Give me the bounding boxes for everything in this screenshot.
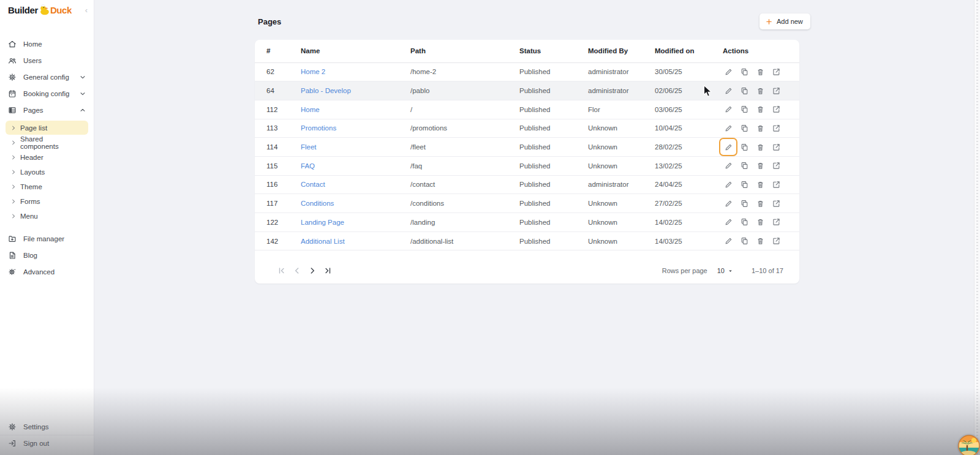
sidebar-item-menu[interactable]: Menu	[6, 209, 88, 223]
table-row[interactable]: 62 Home 2 /home-2 Published administrato…	[255, 62, 799, 81]
table-row[interactable]: 122 Landing Page /landing Published Unkn…	[255, 213, 799, 232]
edit-button[interactable]	[723, 236, 734, 247]
open-page-button[interactable]	[771, 122, 782, 133]
table-row[interactable]: 142 Additional List /additional-list Pub…	[255, 231, 799, 250]
edit-button[interactable]	[723, 66, 734, 77]
sidebar-item-page-list[interactable]: Page list	[6, 121, 88, 135]
brand-word-duck: Duck	[50, 5, 72, 15]
table-row[interactable]: 117 Conditions /conditions Published Unk…	[255, 194, 799, 213]
edit-button[interactable]	[723, 179, 734, 190]
duplicate-button[interactable]	[739, 179, 750, 190]
row-id: 113	[255, 119, 301, 138]
duplicate-button[interactable]	[739, 141, 750, 152]
pagination-range: 1–10 of 17	[752, 267, 783, 274]
page-name-link[interactable]: Home 2	[301, 68, 325, 75]
delete-button[interactable]	[755, 236, 766, 247]
sidebar-item-settings[interactable]: Settings	[0, 418, 94, 435]
delete-button[interactable]	[755, 85, 766, 96]
delete-button[interactable]	[755, 179, 766, 190]
sidebar-item-header[interactable]: Header	[6, 150, 88, 164]
sidebar-item-forms[interactable]: Forms	[6, 194, 88, 208]
page-name-link[interactable]: FAQ	[301, 162, 315, 170]
duplicate-button[interactable]	[739, 198, 750, 209]
page-name-link[interactable]: Contact	[301, 181, 325, 188]
table-row[interactable]: 114 Fleet /fleet Published Unknown 28/02…	[255, 138, 799, 157]
duplicate-button[interactable]	[739, 66, 750, 77]
sidebar-item-advanced[interactable]: Advanced	[0, 263, 94, 280]
table-row[interactable]: 112 Home / Published Flor 03/06/25	[255, 100, 799, 119]
edit-button[interactable]	[723, 198, 734, 209]
sidebar-item-sign-out[interactable]: Sign out	[0, 435, 94, 451]
sidebar-item-general-config[interactable]: General config	[0, 69, 94, 85]
duplicate-button[interactable]	[739, 217, 750, 228]
document-icon	[8, 251, 17, 260]
duplicate-button[interactable]	[739, 236, 750, 247]
sidebar-item-booking-config[interactable]: Booking config	[0, 85, 94, 102]
open-page-button[interactable]	[771, 85, 782, 96]
duplicate-icon	[741, 105, 748, 113]
open-page-button[interactable]	[771, 217, 782, 228]
sidebar-item-file-manager[interactable]: File manager	[0, 230, 94, 247]
add-new-button[interactable]: Add new	[760, 13, 810, 29]
duplicate-button[interactable]	[739, 104, 750, 115]
page-name-link[interactable]: Pablo - Develop	[301, 87, 351, 94]
duplicate-icon	[741, 143, 748, 151]
open-page-button[interactable]	[771, 179, 782, 190]
table-row[interactable]: 113 Promotions /promotions Published Unk…	[255, 119, 799, 138]
delete-trash-icon	[756, 143, 764, 151]
edit-button[interactable]	[723, 85, 734, 96]
sidebar-item-theme[interactable]: Theme	[6, 179, 88, 194]
page-name-link[interactable]: Promotions	[301, 124, 336, 132]
sidebar-item-blog[interactable]: Blog	[0, 247, 94, 263]
edit-button[interactable]	[723, 141, 734, 152]
duplicate-icon	[741, 68, 748, 76]
sidebar-item-layouts[interactable]: Layouts	[6, 165, 88, 179]
table-icon	[8, 106, 17, 115]
edit-button[interactable]	[723, 217, 734, 228]
table-row[interactable]: 115 FAQ /faq Published Unknown 13/02/25	[255, 156, 799, 175]
delete-button[interactable]	[755, 160, 766, 171]
page-name-link[interactable]: Additional List	[301, 238, 345, 245]
row-modified-by: administrator	[588, 81, 655, 100]
chevron-right-icon	[11, 140, 16, 145]
delete-button[interactable]	[755, 104, 766, 115]
sidebar-item-pages[interactable]: Pages	[0, 102, 94, 118]
edit-button[interactable]	[723, 160, 734, 171]
delete-button[interactable]	[755, 217, 766, 228]
page-name-link[interactable]: Conditions	[301, 200, 334, 207]
duplicate-button[interactable]	[739, 160, 750, 171]
page-name-link[interactable]: Landing Page	[301, 219, 344, 226]
open-page-button[interactable]	[771, 198, 782, 209]
advanced-gear-icon	[8, 268, 17, 276]
edit-button[interactable]	[723, 104, 734, 115]
last-page-button[interactable]	[323, 266, 333, 276]
sidebar-item-shared-components[interactable]: Shared components	[6, 135, 88, 149]
duplicate-button[interactable]	[739, 122, 750, 133]
open-page-button[interactable]	[771, 160, 782, 171]
open-page-button[interactable]	[771, 141, 782, 152]
edit-button[interactable]	[723, 122, 734, 133]
open-page-button[interactable]	[771, 66, 782, 77]
rows-per-page-label: Rows per page	[662, 267, 707, 274]
next-page-button[interactable]	[307, 266, 317, 276]
open-page-button[interactable]	[771, 236, 782, 247]
sidebar-item-users[interactable]: Users	[0, 52, 94, 69]
delete-button[interactable]	[755, 141, 766, 152]
duplicate-button[interactable]	[739, 85, 750, 96]
chevron-right-icon	[11, 170, 16, 175]
delete-button[interactable]	[755, 66, 766, 77]
row-path: /conditions	[410, 194, 519, 213]
delete-button[interactable]	[755, 122, 766, 133]
page-name-link[interactable]: Home	[301, 106, 320, 113]
table-row[interactable]: 116 Contact /contact Published administr…	[255, 175, 799, 194]
rows-per-page-select[interactable]: 10	[717, 267, 733, 274]
prev-page-button[interactable]	[292, 266, 302, 276]
vertical-scrollbar[interactable]	[974, 0, 980, 455]
open-page-button[interactable]	[771, 104, 782, 115]
sidebar-item-home[interactable]: Home	[0, 36, 94, 52]
collapse-sidebar-icon[interactable]: ‹	[85, 6, 88, 14]
table-row[interactable]: 64 Pablo - Develop /pablo Published admi…	[255, 81, 799, 100]
page-name-link[interactable]: Fleet	[301, 143, 317, 151]
first-page-button[interactable]	[277, 266, 287, 276]
delete-button[interactable]	[755, 198, 766, 209]
